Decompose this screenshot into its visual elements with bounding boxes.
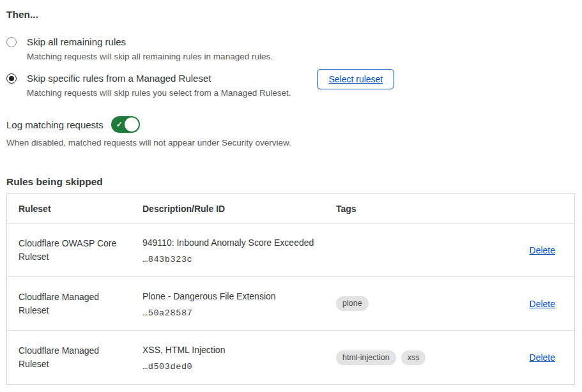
rules-being-skipped-heading: Rules being skipped: [6, 176, 576, 188]
tag-badge: xss: [401, 351, 426, 365]
action-cell: Delete: [512, 245, 574, 255]
option-text-skip-specific: Skip specific rules from a Managed Rules…: [27, 72, 291, 98]
rules-table: Ruleset Description/Rule ID Tags Cloudfl…: [6, 193, 575, 385]
tags-cell: plone: [336, 296, 512, 311]
tag-badge: plone: [336, 296, 369, 311]
delete-link[interactable]: Delete: [530, 245, 555, 255]
option-description-skip-specific: Matching requests will skip rules you se…: [27, 88, 291, 98]
column-header-description-rule-id: Description/Rule ID: [142, 204, 336, 214]
ruleset-cell: Cloudflare Managed Ruleset: [7, 290, 142, 317]
description-cell: XSS, HTML Injection …d503ded0: [142, 343, 336, 372]
delete-link[interactable]: Delete: [530, 352, 555, 363]
rule-description: XSS, HTML Injection: [142, 343, 323, 356]
tags-cell: html-injection xss: [336, 351, 512, 365]
tag-badge: html-injection: [336, 351, 396, 365]
table-row: Cloudflare Managed Ruleset XSS, HTML Inj…: [7, 331, 574, 384]
rule-id: …843b323c: [142, 255, 323, 264]
rule-description: Plone - Dangerous File Extension: [142, 290, 323, 303]
radio-skip-all-rules[interactable]: [6, 37, 17, 47]
action-cell: Delete: [512, 352, 574, 363]
delete-link[interactable]: Delete: [530, 299, 555, 309]
description-cell: Plone - Dangerous File Extension …50a285…: [142, 290, 336, 318]
column-header-tags: Tags: [336, 204, 512, 214]
option-label-skip-all[interactable]: Skip all remaining rules: [27, 36, 273, 48]
skip-rule-configuration-page: Then... Skip all remaining rules Matchin…: [0, 0, 582, 385]
toggle-knob: [125, 117, 139, 132]
select-ruleset-button[interactable]: Select ruleset: [317, 69, 394, 89]
log-matching-requests-row: Log matching requests ✓: [6, 116, 576, 133]
ruleset-cell: Cloudflare Managed Ruleset: [7, 344, 142, 371]
option-label-skip-specific[interactable]: Skip specific rules from a Managed Rules…: [27, 72, 291, 84]
rule-id: …50a28587: [142, 308, 323, 318]
then-heading: Then...: [6, 8, 576, 20]
option-description-skip-all: Matching requests will skip all remainin…: [27, 52, 273, 62]
column-header-ruleset: Ruleset: [7, 204, 142, 214]
log-toggle-description: When disabled, matched requests will not…: [6, 138, 576, 148]
rule-id: …d503ded0: [142, 362, 323, 372]
ruleset-cell: Cloudflare OWASP Core Ruleset: [7, 237, 142, 264]
log-matching-requests-toggle[interactable]: ✓: [111, 116, 140, 133]
radio-skip-specific-rules[interactable]: [6, 73, 17, 84]
table-row: Cloudflare OWASP Core Ruleset 949110: In…: [7, 223, 574, 277]
radio-option-skip-specific: Skip specific rules from a Managed Rules…: [6, 72, 576, 98]
action-cell: Delete: [512, 299, 574, 309]
option-text-skip-all: Skip all remaining rules Matching reques…: [27, 36, 273, 62]
table-header-row: Ruleset Description/Rule ID Tags: [7, 194, 574, 223]
radio-option-skip-all: Skip all remaining rules Matching reques…: [6, 36, 576, 62]
rule-description: 949110: Inbound Anomaly Score Exceeded: [142, 236, 323, 249]
description-cell: 949110: Inbound Anomaly Score Exceeded ……: [142, 236, 336, 264]
check-icon: ✓: [116, 121, 123, 128]
log-matching-requests-label: Log matching requests: [6, 119, 103, 131]
table-row: Cloudflare Managed Ruleset Plone - Dange…: [7, 277, 574, 331]
